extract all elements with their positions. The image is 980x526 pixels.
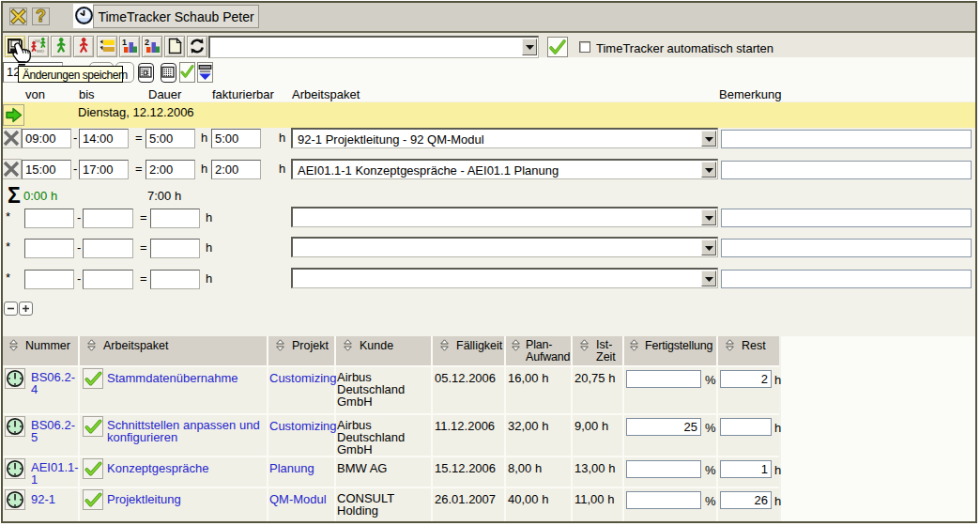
svg-text:2: 2 (145, 38, 149, 47)
svg-text:1: 1 (122, 38, 127, 47)
svg-text:?: ? (36, 8, 46, 24)
